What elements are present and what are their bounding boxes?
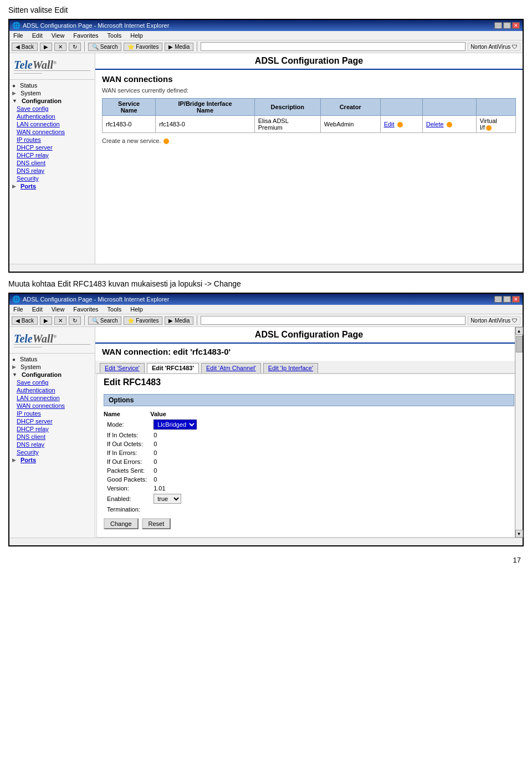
menu-tools-1[interactable]: Tools [106, 32, 124, 39]
reset-button[interactable]: Reset [142, 518, 171, 529]
security-label-1[interactable]: Security [12, 175, 43, 182]
scroll-up-arrow[interactable]: ▲ [515, 327, 523, 335]
media-btn-2[interactable]: ▶ Media [165, 316, 193, 325]
sidebar-item-wan-2[interactable]: WAN connections [9, 402, 95, 410]
sidebar-item-dnsclient-2[interactable]: DNS client [9, 433, 95, 441]
status-label-2[interactable]: Status [16, 355, 42, 363]
menu-help-2[interactable]: Help [129, 305, 145, 313]
sidebar-item-system-1[interactable]: ▶ System [9, 89, 95, 97]
config-label-1[interactable]: Configuration [17, 97, 66, 105]
edit-link-1[interactable]: Edit [384, 121, 395, 127]
sidebar-item-iproutes-1[interactable]: IP routes [9, 136, 95, 144]
authentication-label-1[interactable]: Authentication [12, 113, 60, 120]
change-button[interactable]: Change [104, 518, 139, 529]
search-btn-1[interactable]: 🔍 Search [88, 43, 121, 51]
system-label-1[interactable]: System [16, 89, 45, 97]
lan-connection-label-1[interactable]: LAN connection [12, 120, 64, 128]
forward-btn-2[interactable]: ▶ [40, 316, 52, 325]
save-config-label-2[interactable]: Save config [12, 379, 53, 386]
menu-favorites-2[interactable]: Favorites [71, 305, 100, 313]
sidebar-item-auth-1[interactable]: Authentication [9, 113, 95, 120]
wan-connections-label-2[interactable]: WAN connections [12, 402, 69, 410]
sidebar-item-wan-1[interactable]: WAN connections [9, 128, 95, 136]
sidebar-item-saveconfig-2[interactable]: Save config [9, 379, 95, 386]
media-btn-1[interactable]: ▶ Media [165, 43, 193, 51]
minimize-btn-1[interactable]: _ [494, 22, 502, 29]
sidebar-item-saveconfig-1[interactable]: Save config [9, 105, 95, 113]
tab-edit-ip[interactable]: Edit 'Ip Interface' [263, 363, 318, 373]
sidebar-item-dhcpserver-2[interactable]: DHCP server [9, 417, 95, 425]
menu-help-1[interactable]: Help [129, 32, 145, 39]
minimize-btn-2[interactable]: _ [494, 296, 502, 303]
status-label-1[interactable]: Status [16, 81, 42, 89]
ports-label-1[interactable]: Ports [16, 182, 40, 190]
dhcp-server-label-1[interactable]: DHCP server [12, 144, 57, 151]
system-label-2[interactable]: System [16, 363, 45, 371]
sidebar-item-security-2[interactable]: Security [9, 448, 95, 456]
menu-favorites-1[interactable]: Favorites [71, 32, 100, 39]
maximize-btn-2[interactable]: □ [503, 296, 511, 303]
sidebar-item-dnsrelay-2[interactable]: DNS relay [9, 441, 95, 448]
scroll-down-arrow[interactable]: ▼ [515, 530, 523, 538]
search-btn-2[interactable]: 🔍 Search [88, 316, 121, 325]
sidebar-item-dnsclient-1[interactable]: DNS client [9, 159, 95, 167]
field-enabled-value[interactable]: true false [150, 493, 200, 505]
scrollbar-right[interactable]: ▲ ▼ [515, 327, 523, 538]
ip-routes-label-2[interactable]: IP routes [12, 410, 45, 417]
dhcp-relay-label-2[interactable]: DHCP relay [12, 425, 53, 433]
cell-delete-1[interactable]: Delete [422, 116, 476, 133]
menu-edit-2[interactable]: Edit [30, 305, 44, 313]
sidebar-item-dnsrelay-1[interactable]: DNS relay [9, 167, 95, 175]
dhcp-server-label-2[interactable]: DHCP server [12, 417, 57, 425]
sidebar-item-lan-2[interactable]: LAN connection [9, 394, 95, 402]
lan-connection-label-2[interactable]: LAN connection [12, 394, 64, 402]
sidebar-item-lan-1[interactable]: LAN connection [9, 120, 95, 128]
security-label-2[interactable]: Security [12, 448, 43, 456]
menu-tools-2[interactable]: Tools [106, 305, 124, 313]
sidebar-item-iproutes-2[interactable]: IP routes [9, 410, 95, 417]
sidebar-item-dhcprelay-2[interactable]: DHCP relay [9, 425, 95, 433]
wan-connections-label-1[interactable]: WAN connections [12, 128, 69, 136]
sidebar-item-dhcpserver-1[interactable]: DHCP server [9, 144, 95, 151]
sidebar-item-ports-2[interactable]: ▶ Ports [9, 456, 95, 464]
tab-edit-rfc1483[interactable]: Edit 'RFC1483' [147, 363, 199, 373]
dns-client-label-2[interactable]: DNS client [12, 433, 50, 441]
menu-view-2[interactable]: View [50, 305, 66, 313]
tab-edit-atm[interactable]: Edit 'Atm Channel' [201, 363, 261, 373]
sidebar-item-security-1[interactable]: Security [9, 175, 95, 182]
config-label-2[interactable]: Configuration [17, 371, 66, 379]
sidebar-item-auth-2[interactable]: Authentication [9, 386, 95, 394]
menu-file-2[interactable]: File [12, 305, 25, 313]
stop-btn-2[interactable]: ✕ [54, 316, 66, 325]
mode-select[interactable]: LlcBridged VcBridged VcMux [154, 420, 197, 430]
refresh-btn-1[interactable]: ↻ [69, 43, 81, 51]
authentication-label-2[interactable]: Authentication [12, 386, 60, 394]
sidebar-item-dhcprelay-1[interactable]: DHCP relay [9, 151, 95, 159]
sidebar-item-ports-1[interactable]: ▶ Ports [9, 182, 95, 190]
menu-view-1[interactable]: View [50, 32, 66, 39]
back-btn-2[interactable]: ◀ Back [12, 316, 38, 325]
tab-edit-service[interactable]: Edit 'Service' [100, 363, 145, 373]
dns-relay-label-1[interactable]: DNS relay [12, 167, 49, 175]
scroll-thumb[interactable] [516, 336, 523, 352]
ip-routes-label-1[interactable]: IP routes [12, 136, 45, 144]
save-config-label-1[interactable]: Save config [12, 105, 53, 113]
sidebar-item-status-2[interactable]: ● Status [9, 355, 95, 363]
field-mode-value[interactable]: LlcBridged VcBridged VcMux [150, 418, 200, 431]
refresh-btn-2[interactable]: ↻ [69, 316, 81, 325]
dns-client-label-1[interactable]: DNS client [12, 159, 50, 167]
menu-file-1[interactable]: File [12, 32, 25, 39]
close-btn-2[interactable]: ✕ [512, 296, 520, 303]
back-btn-1[interactable]: ◀ Back [12, 43, 38, 51]
maximize-btn-1[interactable]: □ [503, 22, 511, 29]
sidebar-item-status-1[interactable]: ● Status [9, 81, 95, 89]
forward-btn-1[interactable]: ▶ [40, 43, 52, 51]
close-btn-1[interactable]: ✕ [512, 22, 520, 29]
sidebar-item-system-2[interactable]: ▶ System [9, 363, 95, 371]
address-bar-1[interactable] [201, 42, 466, 51]
favorites-btn-2[interactable]: ⭐ Favorites [124, 316, 162, 325]
sidebar-item-config-1[interactable]: ▼ Configuration [9, 97, 95, 105]
sidebar-item-config-2[interactable]: ▼ Configuration [9, 371, 95, 379]
favorites-btn-1[interactable]: ⭐ Favorites [124, 43, 162, 51]
menu-edit-1[interactable]: Edit [30, 32, 44, 39]
